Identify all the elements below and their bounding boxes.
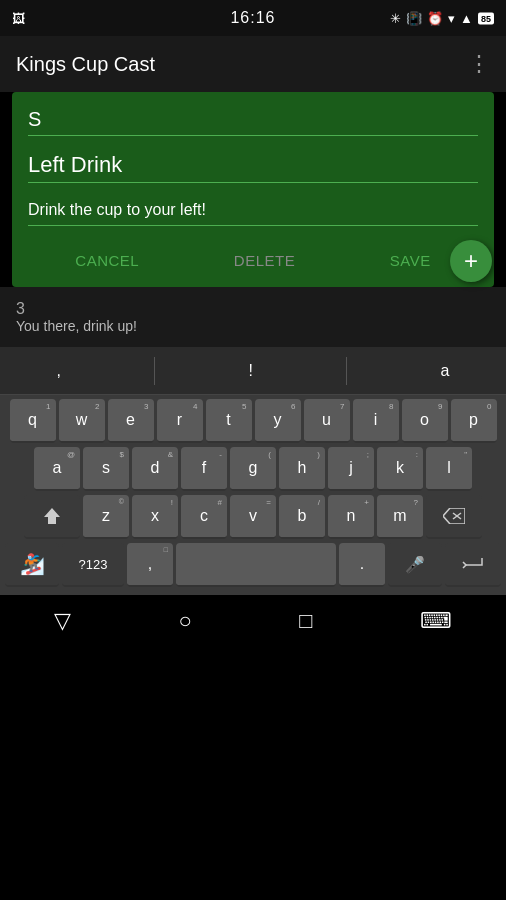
app-title: Kings Cup Cast	[16, 53, 155, 76]
key-v[interactable]: =v	[230, 495, 276, 539]
alarm-icon: ⏰	[427, 11, 443, 26]
key-row-4: 🏂 ?123 □, . 🎤	[2, 543, 504, 587]
nav-back-icon[interactable]: ▽	[54, 608, 71, 634]
key-s[interactable]: $s	[83, 447, 129, 491]
key-h[interactable]: )h	[279, 447, 325, 491]
key-6[interactable]: 6y	[255, 399, 301, 443]
card-name-row: Left Drink	[28, 152, 478, 183]
fab-icon: +	[464, 247, 478, 275]
key-8[interactable]: 8i	[353, 399, 399, 443]
key-l[interactable]: "l	[426, 447, 472, 491]
key-3[interactable]: 3e	[108, 399, 154, 443]
card-description-row: Drink the cup to your left!	[28, 199, 478, 226]
key-d[interactable]: &d	[132, 447, 178, 491]
key-n[interactable]: +n	[328, 495, 374, 539]
card-text-label: You there, drink up!	[16, 318, 137, 334]
suggestion-a[interactable]: a	[420, 347, 469, 394]
app-content: Left Drink Drink the cup to your left! C…	[0, 92, 506, 347]
num-sym-key[interactable]: ?123	[62, 543, 124, 587]
battery-pct: 85	[478, 12, 494, 24]
nav-keyboard-icon[interactable]: ⌨	[420, 608, 452, 634]
cancel-button[interactable]: CANCEL	[59, 242, 155, 279]
suggestion-comma[interactable]: ,	[37, 347, 81, 394]
suggestion-exclaim[interactable]: !	[229, 347, 273, 394]
key-k[interactable]: :k	[377, 447, 423, 491]
enter-icon	[462, 556, 484, 572]
key-b[interactable]: /b	[279, 495, 325, 539]
status-bar: 🖼 16:16 ✳ 📳 ⏰ ▾ ▲ 85	[0, 0, 506, 36]
key-g[interactable]: (g	[230, 447, 276, 491]
keyboard: 1q 2w 3e 4r 5t 6y 7u 8i 9o 0p @a $s &d -…	[0, 395, 506, 595]
edit-dialog: Left Drink Drink the cup to your left! C…	[12, 92, 494, 287]
key-x[interactable]: !x	[132, 495, 178, 539]
key-row-3: ©z !x #c =v /b +n ?m	[2, 495, 504, 539]
suggestion-divider-1	[154, 357, 155, 385]
card-letter-field	[28, 108, 478, 136]
card-number: 3	[16, 300, 137, 318]
save-button[interactable]: SAVE	[374, 242, 447, 279]
signal-icon: ▲	[460, 11, 473, 26]
key-9[interactable]: 9o	[402, 399, 448, 443]
enter-key[interactable]	[445, 543, 501, 587]
suggestion-divider-2	[346, 357, 347, 385]
key-j[interactable]: ;j	[328, 447, 374, 491]
key-a[interactable]: @a	[34, 447, 80, 491]
key-m[interactable]: ?m	[377, 495, 423, 539]
shift-icon	[42, 506, 62, 526]
wifi-icon: ▾	[448, 11, 455, 26]
backspace-key[interactable]	[426, 495, 482, 539]
key-4[interactable]: 4r	[157, 399, 203, 443]
key-row-2: @a $s &d -f (g )h ;j :k "l	[2, 447, 504, 491]
menu-icon[interactable]: ⋮	[468, 51, 490, 77]
svg-marker-0	[44, 508, 60, 524]
key-1[interactable]: 1q	[10, 399, 56, 443]
period-key[interactable]: .	[339, 543, 385, 587]
key-2[interactable]: 2w	[59, 399, 105, 443]
nav-recents-icon[interactable]: □	[299, 608, 312, 634]
mic-key[interactable]: 🎤	[388, 543, 442, 587]
fab-button[interactable]: +	[450, 240, 492, 282]
card-name-label: Left Drink	[28, 152, 122, 177]
space-key[interactable]	[176, 543, 336, 587]
svg-marker-1	[443, 508, 465, 524]
backspace-icon	[443, 508, 465, 524]
dialog-actions: CANCEL DELETE SAVE	[28, 234, 478, 287]
key-0[interactable]: 0p	[451, 399, 497, 443]
card-letter-input[interactable]	[28, 108, 478, 131]
key-5[interactable]: 5t	[206, 399, 252, 443]
status-time: 16:16	[230, 9, 275, 27]
key-f[interactable]: -f	[181, 447, 227, 491]
key-row-numbers-hint: 1q 2w 3e 4r 5t 6y 7u 8i 9o 0p	[2, 399, 504, 443]
delete-button[interactable]: DELETE	[218, 242, 311, 279]
keyboard-suggestions: , ! a	[0, 347, 506, 395]
photo-icon: 🖼	[12, 11, 25, 26]
comma-key[interactable]: □,	[127, 543, 173, 587]
status-icons: ✳ 📳 ⏰ ▾ ▲ 85	[390, 11, 494, 26]
vibrate-icon: 📳	[406, 11, 422, 26]
bluetooth-icon: ✳	[390, 11, 401, 26]
card-description-text: Drink the cup to your left!	[28, 201, 206, 218]
key-7[interactable]: 7u	[304, 399, 350, 443]
card-info: 3 You there, drink up!	[16, 300, 137, 334]
emoji-key[interactable]: 🏂	[5, 543, 59, 587]
app-bar: Kings Cup Cast ⋮	[0, 36, 506, 92]
key-z[interactable]: ©z	[83, 495, 129, 539]
key-c[interactable]: #c	[181, 495, 227, 539]
below-dialog-area: 3 You there, drink up!	[0, 287, 506, 347]
shift-key[interactable]	[24, 495, 80, 539]
nav-home-icon[interactable]: ○	[178, 608, 191, 634]
status-bar-left: 🖼	[12, 9, 25, 27]
nav-bar: ▽ ○ □ ⌨	[0, 595, 506, 647]
